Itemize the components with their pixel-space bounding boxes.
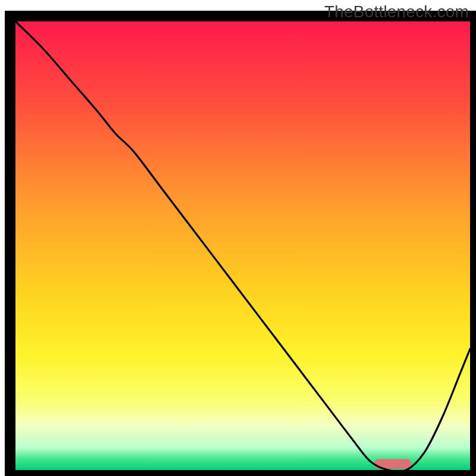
watermark-text: TheBottleneck.com <box>324 2 469 21</box>
plot-background <box>15 21 470 470</box>
chart-frame: TheBottleneck.com <box>0 0 476 476</box>
bottleneck-chart <box>0 0 476 476</box>
